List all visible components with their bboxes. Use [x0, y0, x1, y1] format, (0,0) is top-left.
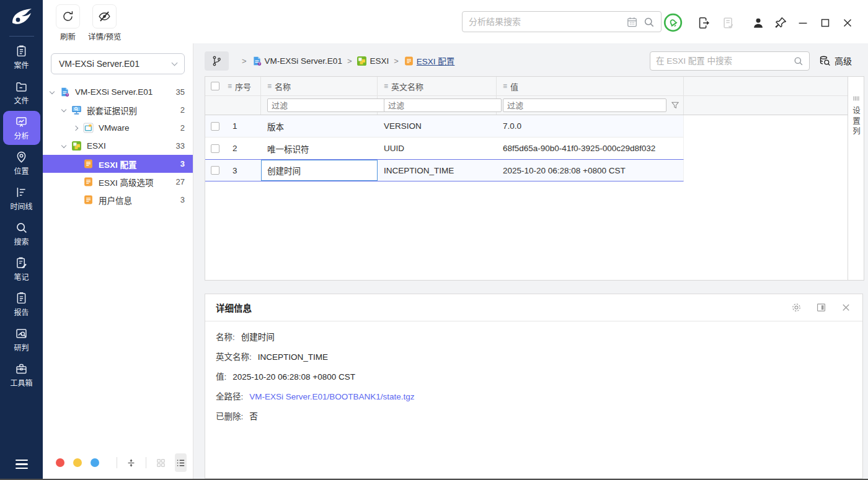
- row-checkbox[interactable]: [211, 144, 219, 153]
- tree-expander-icon[interactable]: [73, 125, 78, 130]
- grid-view-icon[interactable]: [155, 453, 167, 472]
- select-all-checkbox[interactable]: [211, 82, 219, 90]
- sidebar-item[interactable]: 分析: [3, 111, 40, 145]
- doc-icon: [83, 194, 94, 205]
- breadcrumb-bar: ? VM-EXSi Server.E01 ESXI ESXI 配: [205, 51, 859, 71]
- sidebar-item[interactable]: 工具箱: [3, 358, 40, 392]
- tree-expander-icon[interactable]: [61, 142, 66, 147]
- cell-en-name[interactable]: VERSION: [378, 115, 497, 137]
- breadcrumb-item[interactable]: ESXI: [342, 56, 389, 66]
- evidence-icon: ?: [60, 87, 70, 97]
- user-icon[interactable]: [751, 16, 765, 30]
- column-header-name[interactable]: 名称: [275, 81, 291, 92]
- global-search-input[interactable]: [469, 17, 621, 27]
- filter-input-name[interactable]: [267, 98, 385, 112]
- toolbar-button-label: 刷新: [60, 30, 76, 42]
- tree-node[interactable]: VMware 2: [43, 119, 193, 137]
- tree-node[interactable]: ESXI 高级选项 27: [43, 173, 193, 191]
- funnel-icon[interactable]: [671, 101, 680, 110]
- calendar-icon[interactable]: [626, 16, 638, 28]
- search-icon[interactable]: [793, 56, 804, 66]
- column-settings-tab[interactable]: 设置列: [848, 76, 864, 281]
- sidebar-item[interactable]: 案件: [3, 40, 40, 74]
- doc-icon: [404, 56, 414, 66]
- tag-color-dot[interactable]: [56, 458, 64, 467]
- cell-name[interactable]: 创建时间: [261, 160, 378, 181]
- tree-node[interactable]: 嵌套证据识别 2: [43, 101, 193, 119]
- breadcrumb-item[interactable]: ? VM-EXSi Server.E01: [237, 56, 342, 66]
- row-checkbox[interactable]: [211, 122, 219, 131]
- app-window: 案件 文件 分析 位置 时间线: [0, 0, 868, 480]
- drag-handle-icon[interactable]: ≡: [267, 82, 272, 90]
- tree-node-label: ESXI 配置: [99, 158, 180, 170]
- table-row[interactable]: 1 版本 VERSION 7.0.0: [205, 115, 684, 137]
- tree-expander-icon[interactable]: [61, 107, 66, 111]
- row-checkbox[interactable]: [211, 166, 219, 175]
- panel-layout-icon[interactable]: [815, 302, 827, 313]
- list-view-icon[interactable]: [175, 453, 187, 472]
- tree-node-count: 2: [180, 105, 185, 115]
- export-file-icon[interactable]: [697, 16, 711, 30]
- table-row[interactable]: 2 唯一标识符 UUID 68f5d65a-90b0-41f0-3925-000…: [205, 137, 684, 160]
- gear-icon[interactable]: [790, 302, 802, 313]
- sidebar-item[interactable]: 搜索: [3, 217, 40, 251]
- detail-field-value: VM-EXSi Server.E01/BOOTBANK1/state.tgz: [249, 392, 414, 401]
- report-check-icon: [722, 16, 735, 30]
- minimize-icon[interactable]: [796, 16, 810, 30]
- drag-handle-icon[interactable]: ≡: [228, 82, 232, 90]
- tree-node[interactable]: ? VM-EXSi Server.E01 35: [43, 83, 193, 101]
- detail-field: 值: 2025-10-20 06:28:08 +0800 CST: [216, 370, 852, 382]
- detail-field-label: 名称:: [216, 330, 235, 343]
- toolbar-button[interactable]: 详情/预览: [88, 4, 121, 42]
- table-search-input[interactable]: [656, 56, 789, 66]
- advanced-search-button[interactable]: 高级: [819, 55, 852, 67]
- sidebar-item[interactable]: 报告: [3, 287, 40, 321]
- breadcrumb-item[interactable]: ESXI 配置: [389, 55, 454, 67]
- detail-field-label: 值:: [216, 370, 226, 382]
- toolbar-button[interactable]: 刷新: [56, 4, 80, 42]
- cell-index: 1: [226, 115, 261, 137]
- drag-handle-icon[interactable]: ≡: [384, 82, 388, 90]
- table-row[interactable]: 3 创建时间 INCEPTION_TIME 2025-10-20 06:28:0…: [205, 159, 684, 181]
- pin-icon[interactable]: [774, 16, 787, 30]
- sidebar-item[interactable]: 研判: [3, 323, 40, 357]
- sidebar-item[interactable]: 位置: [3, 146, 40, 180]
- collapse-panel-icon[interactable]: [126, 453, 138, 472]
- sidebar-item-label: 时间线: [10, 201, 32, 211]
- sidebar-item[interactable]: 笔记: [3, 252, 40, 286]
- close-details-icon[interactable]: [840, 302, 852, 313]
- hamburger-menu-icon[interactable]: [16, 460, 28, 469]
- evidence-icon: ?: [252, 56, 262, 66]
- column-header-index[interactable]: 序号: [235, 81, 251, 92]
- license-bell-icon[interactable]: [663, 12, 683, 33]
- tree-node-count: 2: [180, 123, 185, 133]
- tag-color-dot[interactable]: [73, 458, 82, 467]
- filter-input-en-name[interactable]: [384, 98, 502, 112]
- tree-node[interactable]: ESXI 33: [43, 137, 193, 155]
- sidebar-item[interactable]: 时间线: [3, 181, 40, 216]
- detail-field-label: 已删除:: [216, 409, 243, 422]
- cell-value[interactable]: 68f5d65a-90b0-41f0-3925-000c29d8f032: [497, 137, 684, 159]
- column-header-value[interactable]: 值: [510, 81, 518, 92]
- evidence-select-dropdown[interactable]: VM-EXSi Server.E01: [51, 53, 185, 74]
- cell-en-name[interactable]: INCEPTION_TIME: [378, 160, 497, 181]
- cell-name[interactable]: 唯一标识符: [261, 137, 378, 159]
- tree-toggle-button[interactable]: [205, 51, 229, 71]
- cell-value[interactable]: 2025-10-20 06:28:08 +0800 CST: [497, 160, 684, 181]
- maximize-icon[interactable]: [818, 16, 832, 30]
- sidebar-item[interactable]: 文件: [3, 76, 40, 110]
- timeline-icon: [15, 186, 28, 199]
- tag-color-dot[interactable]: [91, 458, 99, 467]
- tree-node[interactable]: 用户信息 3: [43, 191, 193, 209]
- cell-index: 3: [226, 160, 261, 181]
- filter-input-value[interactable]: [503, 98, 666, 112]
- cell-en-name[interactable]: UUID: [378, 137, 497, 159]
- close-icon[interactable]: [841, 16, 854, 30]
- cell-name[interactable]: 版本: [261, 115, 378, 137]
- drag-handle-icon[interactable]: ≡: [503, 82, 507, 90]
- column-header-en-name[interactable]: 英文名称: [391, 81, 423, 92]
- search-icon[interactable]: [643, 16, 655, 28]
- tree-expander-icon[interactable]: [50, 89, 55, 94]
- cell-value[interactable]: 7.0.0: [497, 115, 684, 137]
- tree-node[interactable]: ESXI 配置 3: [43, 155, 193, 173]
